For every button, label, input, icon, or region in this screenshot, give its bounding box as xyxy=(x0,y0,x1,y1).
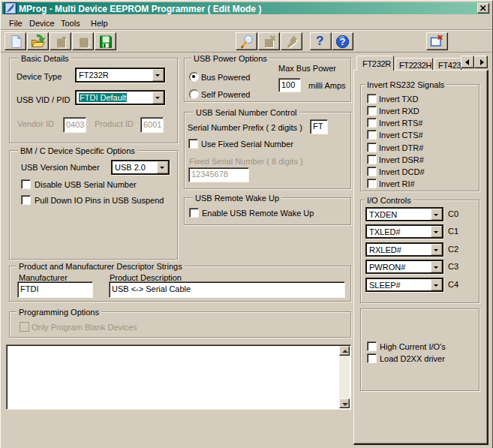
svg-text:?: ? xyxy=(340,36,346,47)
